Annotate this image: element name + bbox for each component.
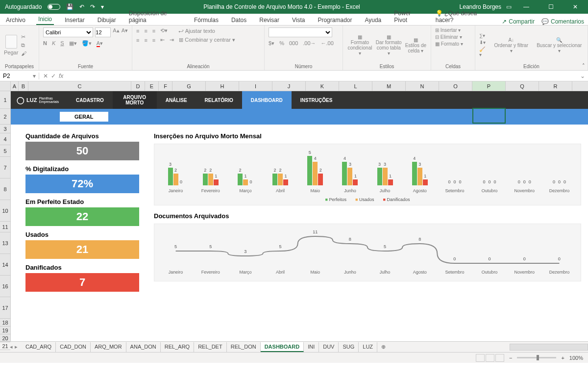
- select-all[interactable]: [0, 81, 11, 91]
- tab-vista[interactable]: Vista: [290, 15, 307, 25]
- sheet-tab-sug[interactable]: SUG: [339, 342, 359, 352]
- tab-formulas[interactable]: Fórmulas: [192, 15, 220, 25]
- redo-icon[interactable]: ↷: [90, 3, 95, 10]
- normal-view-icon[interactable]: [476, 354, 485, 362]
- col-J[interactable]: J: [272, 81, 306, 91]
- expand-formula-icon[interactable]: ⌄: [577, 73, 588, 79]
- cut-icon[interactable]: ✂: [21, 34, 26, 40]
- ribbon-display-icon[interactable]: ▭: [506, 3, 512, 10]
- align-bottom-icon[interactable]: ≡: [152, 28, 155, 34]
- maximize-button[interactable]: ☐: [541, 0, 561, 14]
- row-11[interactable]: 11: [0, 222, 10, 232]
- sheet-nav-first-icon[interactable]: ◂: [10, 344, 13, 350]
- decrease-font-icon[interactable]: A▾: [122, 27, 128, 37]
- page-break-view-icon[interactable]: [495, 354, 504, 362]
- col-G[interactable]: G: [172, 81, 206, 91]
- font-color-icon[interactable]: A▾: [97, 40, 103, 47]
- delete-cells-button[interactable]: ⊟ Eliminar ▾: [435, 34, 471, 40]
- number-format-select[interactable]: [269, 27, 332, 37]
- tab-datos[interactable]: Datos: [229, 15, 248, 25]
- minimize-button[interactable]: —: [516, 0, 536, 14]
- hscroll-track[interactable]: [510, 344, 588, 351]
- row-13[interactable]: 13: [0, 232, 10, 254]
- sheet-tab-rel_arq[interactable]: REL_ARQ: [161, 342, 194, 352]
- col-F[interactable]: F: [159, 81, 172, 91]
- row-1[interactable]: 1: [0, 91, 10, 109]
- sheet-tab-ana_don[interactable]: ANA_DON: [126, 342, 161, 352]
- bold-button[interactable]: N: [43, 40, 47, 47]
- sheet-tab-rel_det[interactable]: REL_DET: [194, 342, 227, 352]
- format-cells-button[interactable]: ▦ Formato ▾: [435, 41, 471, 47]
- underline-button[interactable]: S: [60, 40, 64, 47]
- font-size-input[interactable]: [95, 27, 111, 37]
- col-L[interactable]: L: [339, 81, 372, 91]
- row-10[interactable]: 10: [0, 200, 10, 222]
- chevron-down-icon[interactable]: ▾: [33, 73, 36, 79]
- paste-button[interactable]: Pegar: [4, 35, 18, 55]
- tab-dibujar[interactable]: Dibujar: [96, 15, 118, 25]
- increase-decimal-icon[interactable]: .00→: [303, 40, 316, 47]
- row-21[interactable]: 21: [0, 342, 10, 350]
- zoom-level[interactable]: 100%: [569, 355, 583, 361]
- comments-button[interactable]: 💬 Comentarios: [541, 18, 584, 25]
- sort-filter-button[interactable]: A↓Ordenar y filtrar ▾: [492, 37, 530, 53]
- col-Q[interactable]: Q: [506, 81, 539, 91]
- collapse-ribbon-icon[interactable]: ˄: [582, 63, 585, 69]
- align-center-icon[interactable]: ≡: [144, 37, 147, 43]
- col-A[interactable]: A: [11, 81, 19, 91]
- tab-insertar[interactable]: Insertar: [63, 15, 87, 25]
- row-5[interactable]: 5: [0, 145, 10, 157]
- save-icon[interactable]: 💾: [66, 3, 74, 10]
- tab-powerpivot[interactable]: Power Pivot: [392, 8, 424, 25]
- fill-color-icon[interactable]: 🪣▾: [82, 40, 92, 47]
- col-M[interactable]: M: [372, 81, 406, 91]
- tab-revisar[interactable]: Revisar: [257, 15, 281, 25]
- sheet-tab-ini[interactable]: INI: [304, 342, 319, 352]
- tab-programador[interactable]: Programador: [316, 15, 354, 25]
- sheet-tab-duv[interactable]: DUV: [319, 342, 339, 352]
- row-19[interactable]: 19: [0, 327, 10, 334]
- col-I[interactable]: I: [239, 81, 272, 91]
- sheet-tab-luz[interactable]: LUZ: [359, 342, 377, 352]
- tab-disposicion[interactable]: Disposición de página: [127, 8, 183, 25]
- align-right-icon[interactable]: ≡: [152, 37, 155, 43]
- percent-icon[interactable]: %: [279, 40, 284, 47]
- add-sheet-button[interactable]: ⊕: [377, 344, 390, 350]
- col-E[interactable]: E: [145, 81, 159, 91]
- col-O[interactable]: O: [439, 81, 472, 91]
- col-P[interactable]: P: [472, 81, 506, 91]
- row-7[interactable]: 7: [0, 157, 10, 178]
- increase-indent-icon[interactable]: ⇥: [170, 37, 174, 43]
- col-D[interactable]: D: [131, 81, 145, 91]
- col-C[interactable]: C: [28, 81, 131, 91]
- close-button[interactable]: ✕: [565, 0, 585, 14]
- sheet-tab-dashboard[interactable]: DASHBOARD: [261, 342, 304, 352]
- row-17[interactable]: 17: [0, 297, 10, 319]
- sheet-tab-cad_don[interactable]: CAD_DON: [56, 342, 91, 352]
- clear-icon[interactable]: 🧹▾: [479, 47, 488, 57]
- sheet-nav-last-icon[interactable]: ▸: [15, 344, 18, 350]
- format-painter-icon[interactable]: 🖌: [21, 51, 26, 56]
- increase-font-icon[interactable]: A▴: [113, 27, 119, 37]
- zoom-out-button[interactable]: −: [509, 355, 512, 361]
- row-8[interactable]: 8: [0, 178, 10, 200]
- col-B[interactable]: B: [19, 81, 28, 91]
- cancel-formula-icon[interactable]: ✕: [43, 73, 48, 79]
- row-20[interactable]: 20: [0, 334, 10, 342]
- wrap-text-button[interactable]: ⮐ Ajustar texto: [178, 28, 215, 34]
- page-layout-view-icon[interactable]: [486, 354, 494, 362]
- sheet-tab-rel_don[interactable]: REL_DON: [227, 342, 261, 352]
- fx-icon[interactable]: fx: [59, 73, 63, 79]
- row-2[interactable]: 2: [0, 109, 10, 125]
- nav-analise[interactable]: ANÁLISE: [157, 91, 196, 109]
- copy-icon[interactable]: ⧉: [21, 42, 26, 49]
- row-18[interactable]: 18: [0, 319, 10, 327]
- find-select-button[interactable]: 🔍Buscar y seleccionar ▾: [535, 37, 584, 53]
- zoom-in-button[interactable]: +: [561, 355, 564, 361]
- undo-icon[interactable]: ↶: [79, 3, 84, 10]
- row-4[interactable]: 4: [0, 133, 10, 145]
- align-middle-icon[interactable]: ≡: [144, 28, 147, 34]
- col-H[interactable]: H: [206, 81, 239, 91]
- nav-cadastro[interactable]: CADASTRO: [67, 91, 113, 109]
- tab-ayuda[interactable]: Ayuda: [363, 15, 383, 25]
